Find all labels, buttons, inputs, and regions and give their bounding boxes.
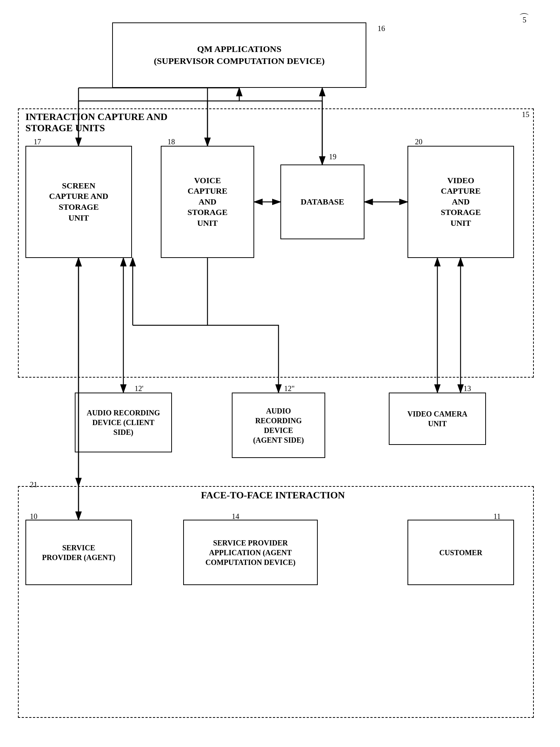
video-camera-box: VIDEO CAMERAUNIT bbox=[389, 393, 486, 445]
ref-16: 16 bbox=[378, 24, 385, 33]
ref-10: 10 bbox=[30, 512, 37, 521]
video-capture-box: VIDEOCAPTUREANDSTORAGEUNIT bbox=[407, 146, 514, 258]
screen-capture-label: SCREENCAPTURE ANDSTORAGEUNIT bbox=[49, 181, 108, 223]
service-provider-app-label: SERVICE PROVIDERAPPLICATION (AGENTCOMPUT… bbox=[206, 538, 296, 567]
audio-agent-label: AUDIORECORDINGDEVICE(AGENT SIDE) bbox=[253, 406, 304, 445]
ref-14: 14 bbox=[232, 512, 239, 521]
qm-applications-box: QM APPLICATIONS(SUPERVISOR COMPUTATION D… bbox=[112, 22, 366, 88]
voice-capture-label: VOICECAPTUREANDSTORAGEUNIT bbox=[187, 175, 227, 229]
ref-18: 18 bbox=[167, 138, 175, 146]
ref-15: 15 bbox=[522, 110, 529, 119]
diagram: 5 ⌒ QM APPLICATIONS(SUPERVISOR COMPUTATI… bbox=[0, 0, 560, 747]
database-label: DATABASE bbox=[301, 197, 344, 208]
ref-20: 20 bbox=[415, 138, 422, 146]
ref-13: 13 bbox=[464, 384, 471, 393]
interaction-label: INTERACTION CAPTURE ANDSTORAGE UNITS bbox=[25, 111, 167, 134]
video-camera-label: VIDEO CAMERAUNIT bbox=[407, 409, 468, 428]
audio-client-box: AUDIO RECORDINGDEVICE (CLIENTSIDE) bbox=[75, 393, 172, 452]
face-to-face-label: FACE-TO-FACE INTERACTION bbox=[179, 490, 366, 501]
qm-applications-label: QM APPLICATIONS(SUPERVISOR COMPUTATION D… bbox=[154, 43, 325, 67]
service-provider-box: SERVICEPROVIDER (AGENT) bbox=[25, 520, 132, 585]
ref-17: 17 bbox=[34, 138, 41, 146]
ref-12pp: 12" bbox=[284, 384, 295, 393]
ref-5-bracket: ⌒ bbox=[519, 11, 529, 25]
video-capture-label: VIDEOCAPTUREANDSTORAGEUNIT bbox=[441, 175, 481, 229]
voice-capture-box: VOICECAPTUREANDSTORAGEUNIT bbox=[161, 146, 254, 258]
customer-box: CUSTOMER bbox=[407, 520, 514, 585]
screen-capture-box: SCREENCAPTURE ANDSTORAGEUNIT bbox=[25, 146, 132, 258]
ref-21: 21 bbox=[30, 480, 37, 489]
audio-client-label: AUDIO RECORDINGDEVICE (CLIENTSIDE) bbox=[87, 408, 160, 437]
ref-12p: 12' bbox=[135, 384, 144, 393]
service-provider-app-box: SERVICE PROVIDERAPPLICATION (AGENTCOMPUT… bbox=[183, 520, 318, 585]
ref-11: 11 bbox=[493, 512, 501, 521]
service-provider-label: SERVICEPROVIDER (AGENT) bbox=[42, 543, 115, 562]
audio-agent-box: AUDIORECORDINGDEVICE(AGENT SIDE) bbox=[232, 393, 325, 458]
ref-19: 19 bbox=[329, 153, 336, 161]
database-box: DATABASE bbox=[280, 165, 364, 239]
customer-label: CUSTOMER bbox=[439, 548, 482, 557]
